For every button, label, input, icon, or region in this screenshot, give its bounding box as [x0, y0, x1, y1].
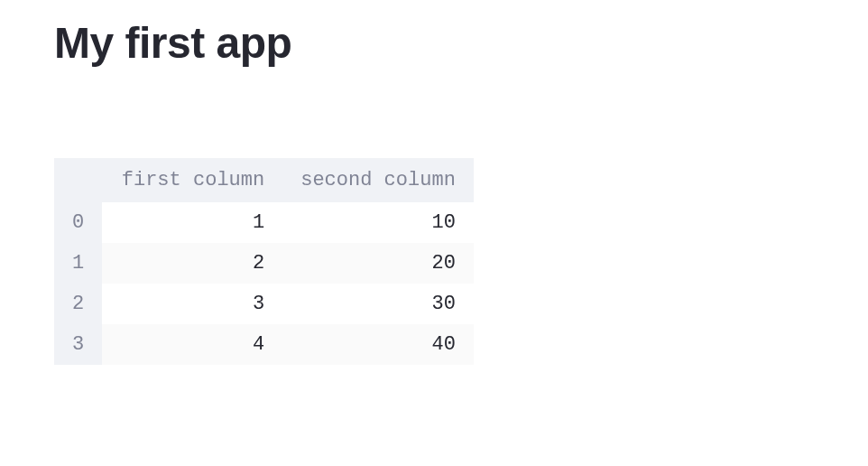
index-corner — [54, 158, 102, 202]
table-row: 1 2 20 — [54, 243, 474, 284]
table-row: 3 4 40 — [54, 324, 474, 365]
row-index: 3 — [54, 324, 102, 365]
table-row: 0 1 10 — [54, 202, 474, 243]
table-cell[interactable]: 10 — [282, 202, 474, 243]
table-cell[interactable]: 20 — [282, 243, 474, 284]
column-header[interactable]: second column — [282, 158, 474, 202]
data-table-wrapper: first column second column 0 1 10 1 2 20… — [54, 158, 474, 365]
data-table: first column second column 0 1 10 1 2 20… — [54, 158, 474, 365]
table-cell[interactable]: 2 — [102, 243, 282, 284]
column-header[interactable]: first column — [102, 158, 282, 202]
row-index: 0 — [54, 202, 102, 243]
row-index: 2 — [54, 284, 102, 324]
table-cell[interactable]: 4 — [102, 324, 282, 365]
table-cell[interactable]: 40 — [282, 324, 474, 365]
page-title: My first app — [54, 18, 814, 68]
table-cell[interactable]: 3 — [102, 284, 282, 324]
row-index: 1 — [54, 243, 102, 284]
table-row: 2 3 30 — [54, 284, 474, 324]
table-cell[interactable]: 30 — [282, 284, 474, 324]
table-cell[interactable]: 1 — [102, 202, 282, 243]
